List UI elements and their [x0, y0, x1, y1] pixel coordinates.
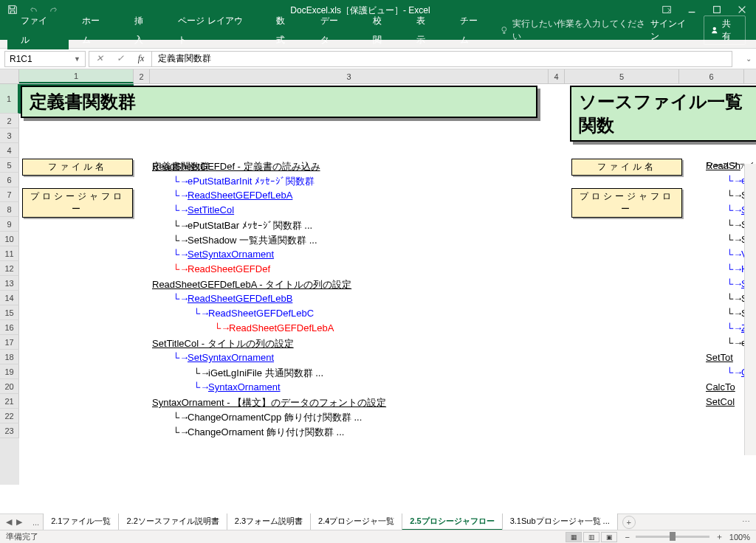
tell-me[interactable]: 実行したい作業を入力してください [500, 18, 651, 43]
row-header-2[interactable]: 2 [0, 114, 19, 128]
col-header-4[interactable]: 4 [549, 69, 565, 83]
zoom-out-button[interactable]: − [625, 533, 629, 542]
select-all-cell[interactable] [0, 69, 19, 83]
row-header-4[interactable]: 4 [0, 143, 19, 158]
tab-view[interactable]: 表示 [403, 11, 447, 49]
tab-insert[interactable]: 挿入 [121, 11, 165, 49]
sheet-tab[interactable]: 2.2ソースファイル説明書 [118, 513, 227, 530]
sheet-tab[interactable]: 2.5プロシージャフロー [402, 513, 502, 530]
sheet-nav-next[interactable]: ▶ [16, 517, 22, 527]
tree-item: └→ReadSheetGEFDef [173, 263, 270, 275]
row-header-12[interactable]: 12 [0, 261, 19, 276]
row-header-6[interactable]: 6 [0, 173, 19, 187]
vertical-scrollbar[interactable] [744, 164, 756, 455]
section-title-left: 定義書関数群 [21, 86, 537, 118]
row-header-8[interactable]: 8 [0, 202, 19, 217]
sheet-tab[interactable]: 3.1Subプロシージャ一覧 ... [502, 513, 618, 530]
col-header-2[interactable]: 2 [134, 69, 150, 83]
tree-item: └→ReadSheetGEFDefLebA [214, 322, 334, 334]
close-icon[interactable] [737, 4, 747, 17]
formula-input[interactable]: 定義書関数群 [152, 51, 732, 67]
row-header-10[interactable]: 10 [0, 232, 19, 246]
row-header-22[interactable]: 22 [0, 409, 19, 423]
tab-home[interactable]: ホーム [69, 11, 121, 49]
tree-item: └→SetSyntaxOrnament [173, 352, 274, 364]
add-sheet-button[interactable]: + [622, 516, 636, 529]
name-box[interactable]: R1C1 ▼ [4, 51, 86, 67]
statusbar: 準備完了 ▦ ▥ ▣ − ＋ 100% [0, 530, 756, 543]
undo-icon[interactable] [28, 4, 38, 17]
row-header-7[interactable]: 7 [0, 187, 19, 202]
row-header-15[interactable]: 15 [0, 305, 19, 320]
tree-item: ReadSh [706, 160, 744, 172]
status-ready: 準備完了 [6, 531, 38, 542]
tab-review[interactable]: 校閲 [360, 11, 403, 49]
minimize-icon[interactable] [687, 4, 697, 17]
row-header-3[interactable]: 3 [0, 128, 19, 143]
label-filename-left: ファイル名 [22, 159, 133, 176]
row-header-16[interactable]: 16 [0, 320, 19, 335]
col-header-5[interactable]: 5 [565, 69, 679, 83]
view-pagelayout-icon[interactable]: ▥ [583, 532, 599, 542]
row-header-17[interactable]: 17 [0, 335, 19, 350]
row-header-11[interactable]: 11 [0, 246, 19, 261]
tree-item: └→ChangeOrnament 飾り付け関数群 ... [173, 426, 344, 439]
tree-item: CalcTo [706, 381, 744, 393]
sheet-menu-icon[interactable]: ⋯ [742, 517, 756, 527]
row-header-5[interactable]: 5 [0, 158, 19, 173]
row-header-20[interactable]: 20 [0, 379, 19, 394]
zoom-slider[interactable] [636, 536, 709, 538]
fx-icon[interactable]: fx [131, 53, 151, 64]
zoom-in-button[interactable]: ＋ [715, 531, 724, 542]
row-header-9[interactable]: 9 [0, 217, 19, 232]
person-icon [710, 26, 719, 35]
col-header-6[interactable]: 6 [679, 69, 744, 83]
formula-bar: R1C1 ▼ ✕ ✓ fx 定義書関数群 ⌄ [0, 49, 756, 69]
col-header-3[interactable]: 3 [150, 69, 549, 83]
row-header-23[interactable]: 23 [0, 423, 19, 438]
chevron-down-icon[interactable]: ▼ [74, 55, 80, 63]
row-header-18[interactable]: 18 [0, 350, 19, 364]
sheet-nav-prev[interactable]: ◀ [6, 517, 12, 527]
maximize-icon[interactable] [712, 4, 722, 17]
ribbon-tabs: ファイル ホーム 挿入 ページ レイアウト 数式 データ 校閲 表示 チーム 実… [0, 21, 756, 40]
tab-pagelayout[interactable]: ページ レイアウト [165, 11, 263, 49]
sheet-overflow-left[interactable]: ... [28, 518, 44, 527]
sheet-tab[interactable]: 2.1ファイル一覧 [43, 513, 119, 530]
signin-link[interactable]: サインイン [650, 18, 693, 43]
tab-team[interactable]: チーム [447, 11, 499, 49]
label-procflow-right: プロシージャフロー [571, 188, 682, 218]
share-button[interactable]: 共有 [704, 15, 746, 45]
tree-item: ReadSheetGEFDefLebA - タイトルの列の設定 [152, 278, 351, 291]
tree-item: └→ReadSheetGEFDefLebA [173, 190, 292, 201]
sheet-tab[interactable]: 2.4プロシージャ一覧 [310, 513, 402, 530]
tab-formulas[interactable]: 数式 [263, 11, 306, 49]
tree-item: SetCol [706, 396, 744, 408]
row-header-1[interactable]: 1 [0, 84, 19, 114]
view-pagebreak-icon[interactable]: ▣ [601, 532, 617, 542]
cancel-icon[interactable]: ✕ [89, 53, 110, 64]
tree-item: └→SetShadow 一覧共通関数群 ... [173, 234, 317, 247]
row-header-21[interactable]: 21 [0, 394, 19, 409]
worksheet-grid[interactable]: 1234567891011121314151617181920212223 定義… [0, 84, 756, 485]
formula-expand-icon[interactable]: ⌄ [746, 55, 756, 63]
row-header-14[interactable]: 14 [0, 291, 19, 305]
col-header-1[interactable]: 1 [19, 69, 134, 83]
tab-data[interactable]: データ [307, 11, 360, 49]
sheet-tab[interactable]: 2.3フォーム説明書 [227, 513, 311, 530]
view-normal-icon[interactable]: ▦ [566, 532, 582, 542]
tree-item: └→ChangeOrnamentCpp 飾り付け関数群 ... [173, 411, 362, 424]
row-header-19[interactable]: 19 [0, 364, 19, 379]
enter-icon[interactable]: ✓ [110, 53, 131, 64]
tree-item: └→iGetLgIniFile 共通関数群 ... [193, 367, 323, 380]
tree-item: └→SyntaxOrnament [193, 381, 281, 393]
label-procflow-left: プロシージャフロー [22, 188, 133, 218]
row-header-13[interactable]: 13 [0, 276, 19, 291]
tree-item: └→ePutStatBarInit ﾒｯｾｰｼﾞ関数群 [173, 175, 315, 188]
tab-file[interactable]: ファイル [7, 11, 69, 49]
ribbon-display-icon[interactable] [662, 4, 672, 17]
zoom-level[interactable]: 100% [729, 533, 750, 542]
tree-item: └→ePutStatBar ﾒｯｾｰｼﾞ関数群 ... [173, 219, 312, 232]
redo-icon[interactable] [49, 4, 59, 17]
svg-rect-1 [714, 6, 721, 13]
